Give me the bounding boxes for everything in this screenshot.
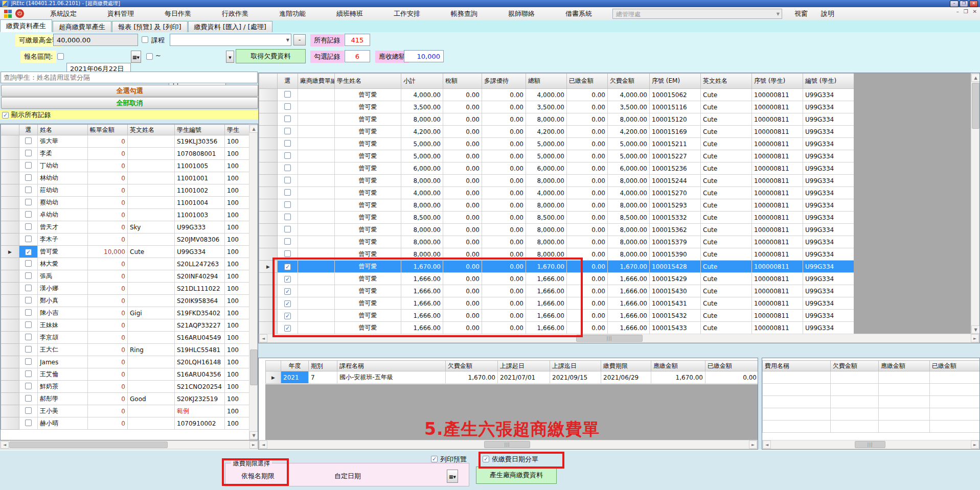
date-from-checkbox[interactable] (57, 53, 64, 60)
row-checkbox[interactable] (25, 334, 32, 340)
scroll-left-icon[interactable]: ◄ (259, 334, 267, 342)
row-checkbox[interactable] (25, 199, 32, 205)
hscroll-thumb[interactable]: ||| (855, 441, 885, 448)
row-checkbox[interactable] (284, 177, 291, 183)
fetch-arrears-button[interactable]: 取得欠費資料 (236, 49, 306, 63)
column-header[interactable]: 已繳金額 (930, 361, 980, 371)
menu-item[interactable]: 每日作業 (164, 8, 192, 19)
clear-all-button[interactable]: 全部取消 (1, 97, 258, 109)
menu-item[interactable]: 系統設定 (49, 8, 78, 19)
window-switch-icon[interactable] (4, 10, 12, 18)
menu-item[interactable]: 帳務查詢 (450, 8, 478, 19)
hscroll-thumb[interactable] (9, 441, 168, 448)
billing-row[interactable]: 曾可愛5,000.00 0.000.00 5,000.000.00 5,000.… (259, 150, 854, 162)
column-header[interactable]: 期別 (309, 361, 337, 371)
row-checkbox[interactable] (25, 150, 32, 156)
student-row[interactable]: ▶ ✓ 曾可愛10,000 CuteU99G334 100 (1, 246, 254, 258)
student-row[interactable]: James0 S20LQH16148 100 (1, 356, 254, 368)
menu-item[interactable]: 親師聯絡 (507, 8, 536, 19)
student-row[interactable]: 陳小吉0 GigiS19FKD35402 100 (1, 307, 254, 319)
billing-row[interactable]: 曾可愛8,000.00 0.000.00 8,000.000.00 8,000.… (259, 113, 854, 126)
course-checkbox[interactable] (142, 36, 148, 43)
hscroll-thumb[interactable]: ||| (576, 335, 643, 342)
row-checkbox[interactable] (25, 309, 32, 316)
department-combobox[interactable]: 總管理處 ▼ (612, 9, 782, 19)
row-checkbox[interactable] (284, 201, 291, 208)
column-header[interactable]: 欠費金額 (831, 361, 879, 371)
column-header[interactable]: 課程名稱 (337, 361, 446, 371)
date-to-dropdown-button[interactable]: ▼ (226, 51, 234, 63)
billing-row[interactable]: 曾可愛8,000.00 0.000.00 8,000.000.00 8,000.… (259, 236, 854, 248)
row-checkbox[interactable] (25, 137, 32, 144)
student-row[interactable]: 漢小娜0 S21DL111022 100 (1, 283, 254, 295)
scroll-down-icon[interactable]: ▼ (249, 431, 258, 439)
tab[interactable]: 繳費資料產生 (0, 19, 52, 32)
mdi-minimize-icon[interactable]: – (956, 9, 959, 14)
column-header[interactable]: 選 (278, 74, 298, 89)
row-checkbox[interactable] (25, 419, 32, 426)
column-header[interactable]: 學生編號 (175, 125, 225, 135)
column-header[interactable]: 應繳金額 (879, 361, 930, 371)
generate-payment-button[interactable]: 產生廠商繳費資料 (476, 466, 557, 484)
custom-date-calendar-button[interactable]: ▦▼ (447, 470, 458, 483)
column-header[interactable]: 小計 (401, 74, 443, 89)
row-checkbox[interactable] (25, 162, 32, 169)
menu-item[interactable]: 說明 (820, 8, 835, 19)
billing-row[interactable]: 曾可愛3,500.00 0.000.00 3,500.000.00 3,500.… (259, 101, 854, 113)
row-checkbox[interactable] (25, 321, 32, 328)
billing-row[interactable]: 曾可愛6,000.00 0.000.00 6,000.000.00 6,000.… (259, 162, 854, 175)
scroll-left-icon[interactable]: ◄ (259, 440, 267, 449)
column-header[interactable]: 學生姓名 (335, 74, 401, 89)
scroll-right-icon[interactable]: ► (971, 440, 979, 449)
course-row[interactable]: ▶ 20217國小-安親班-五年級 1,670.002021/07/012021… (266, 371, 759, 384)
student-row[interactable]: 張大華0 S19KLJ30356 100 (1, 135, 254, 148)
row-checkbox[interactable] (25, 186, 32, 193)
billing-row[interactable]: 曾可愛8,500.00 0.000.00 8,500.000.00 8,500.… (259, 212, 854, 224)
column-header[interactable]: 稅額 (443, 74, 482, 89)
student-row[interactable]: 赫小晴0 1070910002 100 (1, 417, 254, 430)
column-header[interactable]: 已繳金額 (705, 361, 759, 371)
mdi-restore-icon[interactable]: ❐ (964, 9, 968, 14)
menu-item[interactable]: 工作安排 (393, 8, 421, 19)
row-checkbox[interactable] (25, 383, 32, 389)
student-row[interactable]: 王妹妹0 S21AQP33227 100 (1, 319, 254, 332)
vscroll-thumb[interactable] (250, 349, 258, 385)
search-input[interactable] (1, 72, 258, 83)
column-header[interactable]: 年度 (281, 361, 309, 371)
student-row[interactable]: 蔡幼幼0 11001004 100 (1, 197, 254, 209)
menu-item[interactable]: 進階功能 (278, 8, 307, 19)
tab[interactable]: 繳費資料 [匯入] / [處理] (188, 21, 272, 32)
student-row[interactable]: 李木子0 S20JMV08306 100 (1, 234, 254, 246)
billing-table-vscrollbar[interactable]: ▲ ▼ (971, 73, 979, 334)
student-row[interactable]: 曾天才0 SkyU99G333 100 (1, 221, 254, 234)
student-row[interactable]: 卓幼幼0 11001003 100 (1, 209, 254, 221)
menu-item[interactable]: 視窗 (793, 8, 809, 19)
tab[interactable]: 超商繳費單產生 (53, 21, 111, 32)
calendar-dropdown-button[interactable]: ▦▼ (131, 51, 141, 63)
row-checkbox[interactable] (284, 128, 291, 134)
row-checkbox[interactable] (25, 260, 32, 267)
student-table-hscrollbar[interactable]: ◄ ► (0, 440, 258, 449)
column-header[interactable]: 應繳金額 (651, 361, 705, 371)
row-checkbox[interactable] (25, 272, 32, 279)
student-row[interactable]: 郝彤學0 GoodS20KJ232519 100 (1, 393, 254, 405)
row-checkbox[interactable] (25, 358, 32, 365)
column-header[interactable]: 帳單金額 (88, 125, 128, 135)
student-row[interactable]: 莊幼幼0 11001002 100 (1, 184, 254, 197)
row-checkbox[interactable] (25, 211, 32, 218)
row-checkbox[interactable] (25, 297, 32, 304)
row-checkbox[interactable] (284, 115, 291, 122)
column-header[interactable]: 廠商繳費單編號 (298, 74, 335, 89)
row-checkbox[interactable] (25, 223, 32, 230)
student-row[interactable]: 丁幼幼0 11001005 100 (1, 160, 254, 172)
scroll-left-icon[interactable]: ◄ (1, 441, 9, 449)
row-checkbox[interactable] (284, 152, 291, 159)
column-header[interactable]: 英文姓名 (128, 125, 175, 135)
course-table-hscrollbar[interactable]: ◄ ||| ► (259, 440, 758, 449)
menu-item[interactable]: 行政作業 (221, 8, 249, 19)
show-all-checkbox[interactable]: ✓ (2, 112, 9, 119)
student-row[interactable]: 鄭小真0 S20IK958364 100 (1, 295, 254, 307)
student-row[interactable]: 林大愛0 S20LL247263 100 (1, 258, 254, 270)
column-header[interactable]: 序號 (學生) (752, 74, 803, 89)
student-table-vscrollbar[interactable]: ▲ ▼ (249, 124, 258, 440)
